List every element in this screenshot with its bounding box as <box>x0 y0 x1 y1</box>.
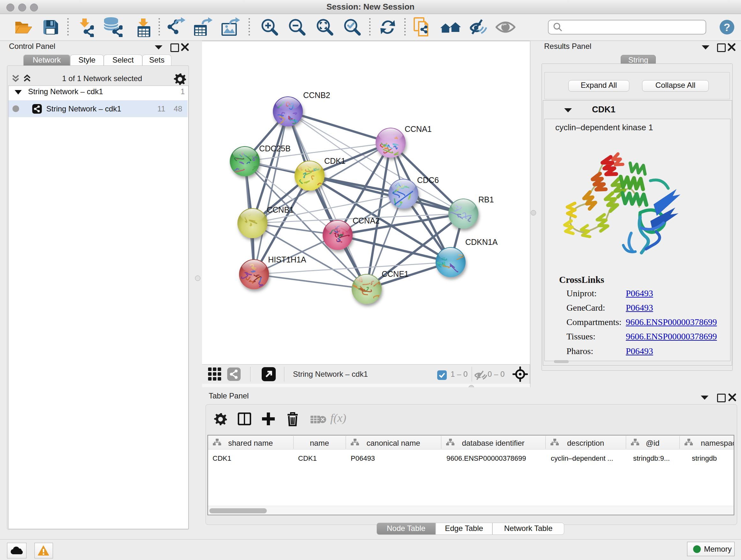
svg-text:CCNB1: CCNB1 <box>267 205 294 214</box>
svg-text:CDK1: CDK1 <box>324 157 346 165</box>
svg-text:CCNB2: CCNB2 <box>303 91 330 100</box>
svg-text:CDC6: CDC6 <box>417 176 439 185</box>
svg-text:HIST1H1A: HIST1H1A <box>268 255 307 264</box>
svg-text:CCNA1: CCNA1 <box>405 125 432 133</box>
svg-text:CDKN1A: CDKN1A <box>465 238 498 246</box>
svg-text:CDC25B: CDC25B <box>259 144 291 153</box>
svg-text:CCNA2: CCNA2 <box>353 216 380 225</box>
svg-text:RB1: RB1 <box>478 195 494 204</box>
svg-text:CCNE1: CCNE1 <box>382 269 409 278</box>
